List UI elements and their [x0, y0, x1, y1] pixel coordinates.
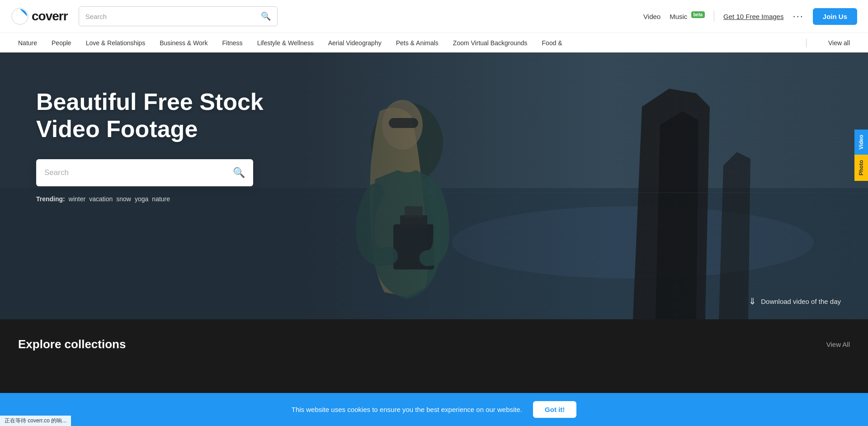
cat-business[interactable]: Business & Work	[160, 39, 208, 47]
cat-lifestyle[interactable]: Lifestyle & Wellness	[257, 39, 314, 47]
cat-people[interactable]: People	[52, 39, 71, 47]
more-options-button[interactable]: ···	[793, 11, 803, 21]
navbar-search-bar: 🔍	[79, 6, 278, 26]
cat-pets[interactable]: Pets & Animals	[396, 39, 439, 47]
nav-music-link[interactable]: Music beta	[670, 12, 705, 20]
cat-separator	[806, 38, 807, 47]
side-tab-video[interactable]: Video	[854, 129, 868, 155]
navbar: coverr 🔍 Video Music beta Get 10 Free Im…	[0, 0, 868, 33]
svg-point-0	[12, 8, 28, 24]
hero-section: Beautiful Free Stock Video Footage 🔍 Tre…	[0, 52, 868, 319]
hero-title: Beautiful Free Stock Video Footage	[36, 89, 285, 143]
explore-header: Explore collections View All	[18, 337, 850, 351]
trending-yoga[interactable]: yoga	[135, 195, 148, 203]
trending-vacation[interactable]: vacation	[89, 195, 113, 203]
download-icon: ⇓	[749, 296, 756, 307]
join-button[interactable]: Join Us	[813, 8, 857, 25]
logo[interactable]: coverr	[11, 7, 68, 25]
explore-view-all[interactable]: View All	[826, 341, 850, 348]
beta-badge: beta	[691, 11, 705, 18]
side-tab-photo[interactable]: Photo	[854, 155, 868, 181]
download-video-button[interactable]: ⇓ Download video of the day	[749, 296, 841, 307]
trending-nature[interactable]: nature	[152, 195, 170, 203]
category-nav: Nature People Love & Relationships Busin…	[0, 33, 868, 52]
nav-video-link[interactable]: Video	[643, 13, 660, 20]
navbar-search-input[interactable]	[85, 13, 261, 20]
trending-label: Trending:	[36, 195, 65, 203]
nav-right: Video Music beta Get 10 Free Images ··· …	[643, 8, 857, 25]
trending-section: Trending: winter vacation snow yoga natu…	[36, 195, 832, 203]
cat-fitness[interactable]: Fitness	[222, 39, 243, 47]
cat-food[interactable]: Food &	[542, 39, 562, 47]
trending-snow[interactable]: snow	[116, 195, 131, 203]
explore-title: Explore collections	[18, 337, 126, 351]
download-video-text: Download video of the day	[761, 298, 841, 305]
cat-aerial[interactable]: Aerial Videography	[328, 39, 382, 47]
hero-search-input[interactable]	[44, 168, 233, 177]
cat-zoom[interactable]: Zoom Virtual Backgrounds	[453, 39, 528, 47]
nav-divider	[714, 11, 714, 22]
cat-view-all[interactable]: View all	[828, 39, 850, 47]
explore-section: Explore collections View All	[0, 319, 868, 371]
logo-icon	[11, 7, 29, 25]
hero-content: Beautiful Free Stock Video Footage 🔍 Tre…	[0, 52, 868, 203]
cat-love[interactable]: Love & Relationships	[86, 39, 146, 47]
free-images-link[interactable]: Get 10 Free Images	[723, 13, 783, 20]
hero-search-icon[interactable]: 🔍	[233, 167, 245, 179]
logo-text: coverr	[32, 9, 68, 24]
navbar-search-icon[interactable]: 🔍	[261, 11, 271, 21]
cat-nature[interactable]: Nature	[18, 39, 37, 47]
trending-winter[interactable]: winter	[69, 195, 85, 203]
side-tabs: Video Photo	[854, 129, 868, 181]
hero-search-bar: 🔍	[36, 159, 253, 186]
